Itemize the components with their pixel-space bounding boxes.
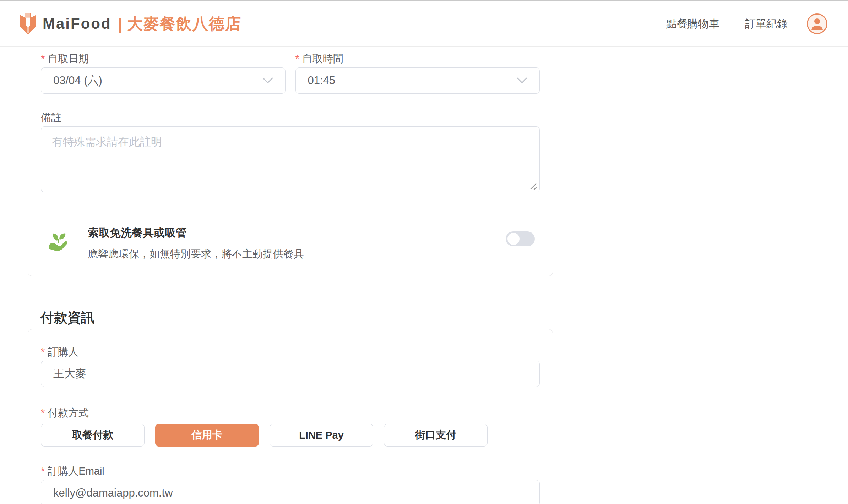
- payment-info-card: *訂購人 *付款方式 取餐付款 信用卡 LINE Pay 街口支付 *訂購人Em…: [28, 329, 553, 504]
- pickup-time-value: 01:45: [308, 74, 336, 87]
- required-mark: *: [41, 53, 45, 64]
- eco-utensil-row: 索取免洗餐具或吸管 應響應環保，如無特別要求，將不主動提供餐具: [41, 226, 540, 261]
- pickup-time-field: *自取時間 01:45: [295, 53, 540, 94]
- payment-method-credit-card[interactable]: 信用卡: [155, 424, 259, 447]
- payment-method-jko-pay[interactable]: 街口支付: [384, 424, 488, 447]
- payment-method-group: 取餐付款 信用卡 LINE Pay 街口支付: [41, 424, 540, 447]
- required-mark: *: [41, 407, 45, 418]
- orderer-label: *訂購人: [41, 346, 540, 358]
- chevron-down-icon: [262, 77, 273, 84]
- toggle-knob: [507, 233, 520, 245]
- brand-logo[interactable]: MaiFood | 大麥餐飲八德店: [19, 13, 241, 35]
- pickup-time-select[interactable]: 01:45: [295, 67, 540, 94]
- orderer-email-label: *訂購人Email: [41, 465, 540, 477]
- pickup-time-label: *自取時間: [295, 53, 540, 65]
- orderer-input[interactable]: [41, 361, 540, 387]
- pickup-info-card: *自取日期 03/04 (六) *自取時間 01:45: [28, 47, 553, 276]
- payment-method-pay-at-pickup[interactable]: 取餐付款: [41, 424, 145, 447]
- brand-separator: |: [118, 15, 122, 33]
- orderer-email-input[interactable]: [41, 480, 540, 504]
- sprout-hand-icon: [47, 229, 71, 253]
- note-textarea[interactable]: [41, 126, 540, 192]
- fork-banner-icon: [19, 13, 37, 35]
- eco-title: 索取免洗餐具或吸管: [88, 226, 304, 239]
- required-mark: *: [295, 53, 299, 64]
- eco-toggle[interactable]: [506, 231, 535, 246]
- eco-description: 應響應環保，如無特別要求，將不主動提供餐具: [88, 247, 304, 261]
- account-avatar-button[interactable]: [807, 13, 827, 34]
- payment-method-label: *付款方式: [41, 407, 540, 419]
- pickup-date-select[interactable]: 03/04 (六): [41, 67, 286, 94]
- payment-section-heading: 付款資訊: [40, 309, 848, 327]
- pickup-date-label: *自取日期: [41, 53, 286, 65]
- chevron-down-icon: [517, 77, 527, 84]
- user-icon: [810, 17, 824, 31]
- required-mark: *: [41, 465, 45, 477]
- pickup-date-field: *自取日期 03/04 (六): [41, 53, 286, 94]
- payment-method-line-pay[interactable]: LINE Pay: [270, 424, 373, 447]
- nav-order-history-link[interactable]: 訂單紀錄: [745, 17, 788, 31]
- required-mark: *: [41, 346, 45, 357]
- store-name: 大麥餐飲八德店: [127, 13, 241, 34]
- nav-cart-link[interactable]: 點餐購物車: [666, 17, 719, 31]
- note-label: 備註: [41, 111, 540, 124]
- order-form: *自取日期 03/04 (六) *自取時間 01:45: [0, 47, 848, 504]
- brand-name: MaiFood: [43, 15, 112, 32]
- pickup-date-value: 03/04 (六): [53, 73, 102, 88]
- app-header: MaiFood | 大麥餐飲八德店 點餐購物車 訂單紀錄: [0, 1, 848, 47]
